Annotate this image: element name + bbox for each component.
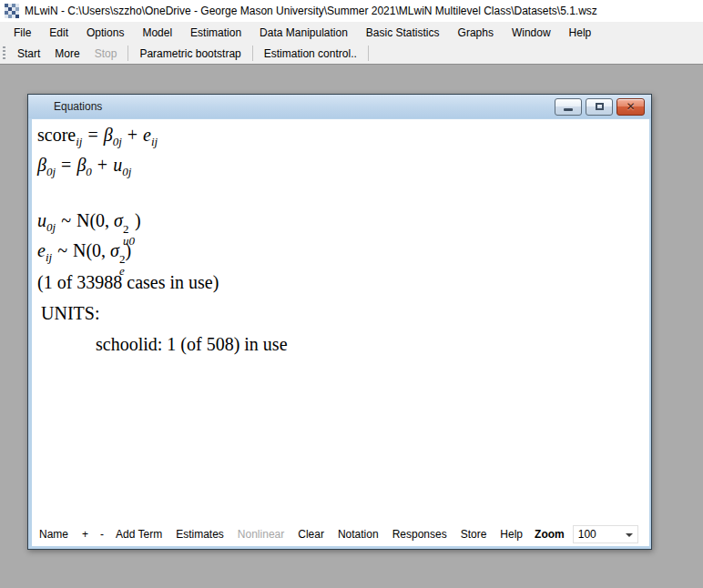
clear-button[interactable]: Clear xyxy=(298,525,324,543)
start-button[interactable]: Start xyxy=(10,45,47,63)
stop-button[interactable]: Stop xyxy=(87,45,125,63)
maximize-icon xyxy=(596,103,604,110)
equation-level1-variance[interactable]: eij~N(0, σ2e) xyxy=(37,240,131,277)
parametric-bootstrap-button[interactable]: Parametric bootstrap xyxy=(132,45,248,63)
zoom-value: 100 xyxy=(578,528,596,541)
menu-help[interactable]: Help xyxy=(560,24,601,42)
cases-in-use-note: (1 of 33988 cases in use) xyxy=(37,272,219,293)
chevron-down-icon xyxy=(626,533,633,537)
estimates-button[interactable]: Estimates xyxy=(176,525,224,543)
menu-model[interactable]: Model xyxy=(133,24,181,42)
minimize-icon xyxy=(564,108,573,111)
menu-options[interactable]: Options xyxy=(77,24,133,42)
maximize-button[interactable] xyxy=(586,98,613,116)
more-button[interactable]: More xyxy=(47,45,87,63)
nonlinear-button[interactable]: Nonlinear xyxy=(238,525,284,543)
menu-estimation[interactable]: Estimation xyxy=(181,24,250,42)
app-titlebar: MLwiN - C:\Users\szzho\OneDrive - George… xyxy=(0,0,703,22)
close-button[interactable]: ✕ xyxy=(616,98,645,116)
units-label: UNITS: xyxy=(41,303,99,324)
window-title: MLwiN - C:\Users\szzho\OneDrive - George… xyxy=(25,5,597,17)
equations-window-title: Equations xyxy=(54,100,102,113)
toolbar-separator xyxy=(127,46,128,61)
estimation-control-button[interactable]: Estimation control.. xyxy=(257,45,364,63)
toolbar-grip-handle[interactable] xyxy=(3,46,5,61)
help-button[interactable]: Help xyxy=(500,525,523,543)
equation-response-model[interactable]: scoreij=β0j+eij xyxy=(37,125,158,146)
plus-button[interactable]: + xyxy=(82,525,88,543)
minus-button[interactable]: - xyxy=(100,525,104,543)
menu-basic-statistics[interactable]: Basic Statistics xyxy=(357,24,449,42)
toolbar-separator xyxy=(368,46,369,61)
menu-edit[interactable]: Edit xyxy=(40,24,77,42)
zoom-label: Zoom xyxy=(535,528,565,541)
close-icon: ✕ xyxy=(626,101,635,112)
responses-button[interactable]: Responses xyxy=(392,525,447,543)
menu-file[interactable]: File xyxy=(5,24,40,42)
equations-window-titlebar[interactable]: Equations ✕ xyxy=(28,95,651,118)
equations-bottom-toolbar: Name + - Add Term Estimates Nonlinear Cl… xyxy=(32,522,649,546)
add-term-button[interactable]: Add Term xyxy=(116,525,162,543)
equations-window: Equations ✕ scoreij=β0j+eij β0j=β0+u0j u… xyxy=(27,94,652,550)
equation-intercept-model[interactable]: β0j=β0+u0j xyxy=(37,155,131,176)
toolbar-separator xyxy=(252,46,253,61)
menu-graphs[interactable]: Graphs xyxy=(449,24,503,42)
mdi-client-area: Equations ✕ scoreij=β0j+eij β0j=β0+u0j u… xyxy=(0,66,703,588)
notation-button[interactable]: Notation xyxy=(338,525,379,543)
menu-data-manipulation[interactable]: Data Manipulation xyxy=(250,24,357,42)
mlwin-app-icon xyxy=(5,4,19,18)
toolbar: Start More Stop Parametric bootstrap Est… xyxy=(0,43,703,65)
menu-bar: File Edit Options Model Estimation Data … xyxy=(0,22,703,43)
zoom-dropdown[interactable]: 100 xyxy=(573,525,638,543)
minimize-button[interactable] xyxy=(555,98,582,116)
units-detail: schoolid: 1 (of 508) in use xyxy=(96,334,288,355)
menu-window[interactable]: Window xyxy=(503,24,560,42)
name-button[interactable]: Name xyxy=(39,525,68,543)
store-button[interactable]: Store xyxy=(461,525,487,543)
equations-display-area: scoreij=β0j+eij β0j=β0+u0j u0j~N(0, σ2u0… xyxy=(32,119,649,546)
window-controls: ✕ xyxy=(555,98,645,116)
